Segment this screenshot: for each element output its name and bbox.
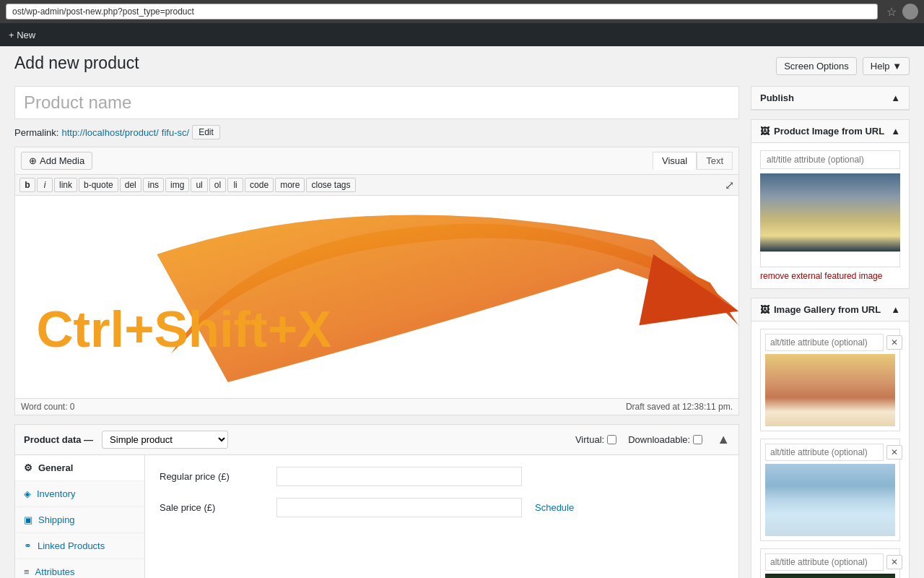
code-button[interactable]: code	[245, 178, 274, 192]
tab-attributes[interactable]: ≡ Attributes	[15, 559, 144, 578]
image-gallery-content: ✕ ✕ ✕	[751, 322, 909, 578]
help-button[interactable]: Help ▼	[863, 57, 910, 75]
bookmark-icon[interactable]: ☆	[886, 5, 897, 19]
bold-button[interactable]: b	[19, 178, 35, 192]
blockquote-button[interactable]: b-quote	[79, 178, 118, 192]
new-label: + New	[9, 30, 35, 40]
fullscreen-button[interactable]: ⤢	[725, 178, 734, 192]
gallery-item-2-remove-button[interactable]: ✕	[886, 445, 902, 460]
link-button[interactable]: link	[54, 178, 77, 192]
editor-content[interactable]: Ctrl+Shift+X	[15, 196, 738, 398]
product-image-content: https://storage.googleapis.com/gwel remo…	[751, 143, 909, 288]
publish-box: Publish ▲	[751, 86, 910, 111]
inventory-icon: ◈	[24, 488, 31, 499]
permalink-slug-text: fifu-sc/	[162, 127, 189, 138]
product-image-title: 🖼 Product Image from URL	[760, 126, 884, 137]
add-media-label: Add Media	[40, 155, 84, 166]
editor-tabs: Visual Text	[653, 152, 733, 170]
add-media-button[interactable]: ⊕ Add Media	[21, 152, 92, 170]
schedule-link[interactable]: Schedule	[535, 502, 574, 513]
permalink-slug[interactable]: fifu-sc/	[162, 127, 189, 138]
ins-button[interactable]: ins	[143, 178, 164, 192]
gallery-item-3-thumbnail	[765, 574, 895, 578]
gallery-item-1-alt-input[interactable]	[765, 334, 884, 351]
gallery-item-2-alt-input[interactable]	[765, 444, 884, 461]
regular-price-input[interactable]	[276, 467, 522, 486]
del-button[interactable]: del	[120, 178, 141, 192]
virtual-checkbox[interactable]	[607, 435, 616, 444]
image-gallery-header[interactable]: 🖼 Image Gallery from URL ▲	[751, 298, 909, 322]
downloadable-label: Downloadable:	[628, 434, 690, 445]
gallery-item-1-remove-button[interactable]: ✕	[886, 335, 902, 350]
attributes-icon: ≡	[24, 566, 30, 577]
tab-inventory[interactable]: ◈ Inventory	[15, 481, 144, 507]
gear-icon: ⚙	[24, 462, 32, 473]
virtual-checkbox-label[interactable]: Virtual:	[575, 434, 616, 445]
image-gallery-collapse-icon: ▲	[891, 304, 900, 315]
publish-box-header[interactable]: Publish ▲	[751, 87, 909, 110]
gallery-item: ✕	[760, 548, 900, 578]
gallery-item-3-alt-input[interactable]	[765, 553, 884, 571]
permalink-bar: Permalink: http://localhost/product/fifu…	[14, 125, 739, 139]
draft-saved: Draft saved at 12:38:11 pm.	[626, 402, 733, 412]
word-count: Word count: 0	[21, 402, 74, 412]
gallery-item-2-input-row: ✕	[765, 444, 895, 461]
downloadable-checkbox-label[interactable]: Downloadable:	[628, 434, 702, 445]
ol-button[interactable]: ol	[209, 178, 226, 192]
tab-inventory-label: Inventory	[37, 488, 75, 499]
product-data-header: Product data — Simple product Grouped pr…	[15, 425, 738, 455]
image-gallery-title: 🖼 Image Gallery from URL	[760, 304, 881, 315]
product-image-header[interactable]: 🖼 Product Image from URL ▲	[751, 120, 909, 143]
more-button[interactable]: more	[275, 178, 305, 192]
remove-featured-image-link[interactable]: remove external featured image	[760, 271, 882, 281]
product-image-box: 🖼 Product Image from URL ▲ https://stora…	[751, 119, 910, 289]
sale-price-input[interactable]	[276, 498, 522, 517]
permalink-edit-button[interactable]: Edit	[192, 125, 220, 139]
tab-linked-products[interactable]: ⚭ Linked Products	[15, 533, 144, 559]
main-column: Permalink: http://localhost/product/fifu…	[14, 86, 739, 578]
product-image-alt-input[interactable]	[760, 150, 900, 169]
downloadable-checkbox[interactable]	[693, 435, 702, 444]
product-image-thumbnail	[760, 173, 900, 251]
product-data-label: Product data —	[24, 434, 93, 445]
italic-button[interactable]: i	[37, 178, 53, 192]
tab-shipping[interactable]: ▣ Shipping	[15, 507, 144, 533]
product-data-collapse[interactable]: ▲	[717, 432, 730, 447]
link-icon: ⚭	[24, 540, 32, 551]
product-data-options: Virtual: Downloadable:	[575, 434, 702, 445]
browser-url-bar[interactable]: ost/wp-admin/post-new.php?post_type=prod…	[6, 4, 878, 20]
product-type-select[interactable]: Simple product Grouped product External/…	[102, 431, 228, 449]
page-header: Add new product Screen Options Help ▼	[0, 46, 924, 79]
editor-image: Ctrl+Shift+X	[15, 196, 738, 398]
li-button[interactable]: li	[227, 178, 243, 192]
tab-attributes-label: Attributes	[35, 566, 75, 577]
product-name-input[interactable]	[14, 86, 739, 119]
close-tags-button[interactable]: close tags	[306, 178, 355, 192]
gallery-item-1-input-row: ✕	[765, 334, 895, 351]
editor-footer: Word count: 0 Draft saved at 12:38:11 pm…	[15, 398, 738, 415]
screen-options-button[interactable]: Screen Options	[776, 57, 857, 75]
img-button[interactable]: img	[165, 178, 189, 192]
product-data-section: Product data — Simple product Grouped pr…	[14, 424, 739, 578]
text-tab[interactable]: Text	[697, 152, 733, 170]
permalink-label: Permalink:	[14, 127, 58, 138]
permalink-base-text: http://localhost/product/	[61, 127, 158, 138]
tab-general[interactable]: ⚙ General	[15, 455, 144, 481]
gallery-item-1-thumbnail	[765, 354, 895, 426]
sale-price-label: Sale price (£)	[160, 502, 268, 513]
virtual-label: Virtual:	[575, 434, 604, 445]
gallery-item-3-remove-button[interactable]: ✕	[886, 555, 902, 569]
tab-general-label: General	[38, 462, 73, 473]
gallery-item: ✕	[760, 329, 900, 431]
sale-price-row: Sale price (£) Schedule	[160, 498, 724, 517]
permalink-base[interactable]: http://localhost/product/	[61, 127, 158, 138]
ul-button[interactable]: ul	[191, 178, 207, 192]
visual-tab[interactable]: Visual	[653, 152, 697, 170]
shipping-icon: ▣	[24, 514, 32, 525]
product-image-url-input[interactable]: https://storage.googleapis.com/gwel	[760, 251, 900, 267]
admin-bar-new[interactable]: + New	[9, 30, 35, 40]
header-actions: Screen Options Help ▼	[776, 57, 910, 75]
editor-container: ⊕ Add Media Visual Text b i link b-quote…	[14, 147, 739, 415]
product-tabs: ⚙ General ◈ Inventory ▣ Shipping ⚭ Linke…	[15, 455, 145, 578]
browser-chrome: ost/wp-admin/post-new.php?post_type=prod…	[0, 0, 924, 23]
